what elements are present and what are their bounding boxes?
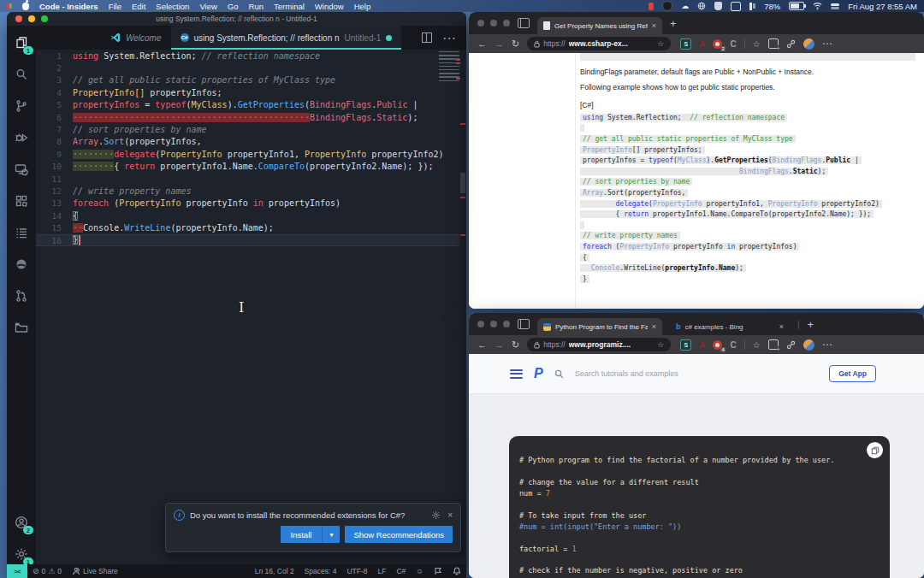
split-editor-icon[interactable] bbox=[422, 32, 432, 43]
close-window-button[interactable] bbox=[477, 321, 484, 327]
extension-c-icon[interactable]: C bbox=[730, 39, 736, 49]
install-button[interactable]: Install bbox=[281, 526, 323, 543]
remote-containers-icon[interactable] bbox=[11, 317, 32, 338]
profile-avatar[interactable] bbox=[803, 339, 814, 351]
notification-close-icon[interactable]: × bbox=[447, 510, 453, 520]
csharp-code-sample[interactable]: using System.Reflection; // reflection n… bbox=[580, 112, 917, 285]
search-icon[interactable] bbox=[11, 64, 32, 85]
address-bar[interactable]: https:// www.csharp-ex... ☆ bbox=[527, 37, 671, 50]
cloud-icon[interactable]: ☁ bbox=[681, 2, 689, 10]
menu-item-window[interactable]: Window bbox=[315, 2, 344, 11]
tab-close-icon[interactable]: × bbox=[779, 322, 784, 331]
remote-explorer-icon[interactable] bbox=[11, 159, 32, 180]
back-button[interactable]: ← bbox=[477, 339, 487, 350]
favorites-icon[interactable]: ☆ bbox=[753, 340, 761, 350]
camera-app-icon[interactable] bbox=[662, 1, 672, 11]
maximize-window-button[interactable] bbox=[503, 321, 510, 327]
tab-close-icon[interactable]: × bbox=[652, 21, 656, 30]
editor-more-actions-icon[interactable]: ⋯ bbox=[442, 30, 456, 46]
notifications-bell-icon[interactable] bbox=[447, 567, 466, 575]
code-editor[interactable]: 1using System.Reflection; // reflection … bbox=[36, 50, 466, 564]
tab-welcome[interactable]: Welcome bbox=[101, 26, 171, 50]
extension-s-icon[interactable]: S bbox=[680, 38, 691, 50]
extension-shield-icon[interactable]: 4 bbox=[713, 340, 722, 350]
accounts-icon[interactable]: 2 bbox=[11, 512, 32, 533]
back-button[interactable]: ← bbox=[477, 38, 487, 49]
share-link-icon[interactable] bbox=[786, 340, 796, 350]
menu-item-selection[interactable]: Selection bbox=[156, 2, 189, 11]
copy-code-button[interactable] bbox=[867, 442, 883, 458]
scrollbar-thumb[interactable] bbox=[460, 173, 465, 193]
tab-close-icon[interactable]: × bbox=[652, 322, 656, 331]
browser-tab[interactable]: Get Property Names using Ref × bbox=[537, 17, 662, 34]
show-recommendations-button[interactable]: Show Recommendations bbox=[345, 526, 453, 543]
wifi-icon[interactable] bbox=[813, 2, 822, 10]
favorites-icon[interactable]: ☆ bbox=[753, 39, 761, 49]
get-app-button[interactable]: Get App bbox=[829, 365, 876, 382]
install-dropdown-chevron-icon[interactable]: ▾ bbox=[322, 526, 340, 543]
extension-a-icon[interactable]: A bbox=[699, 39, 705, 49]
browser-tab-bing[interactable]: b c# examples - Bing × bbox=[670, 318, 790, 335]
extensions-icon[interactable] bbox=[11, 191, 32, 211]
apple-menu-icon[interactable] bbox=[22, 3, 29, 10]
menu-item-run[interactable]: Run bbox=[249, 2, 264, 11]
extension-a-icon[interactable]: A bbox=[699, 340, 705, 350]
shield-utility-icon[interactable] bbox=[714, 2, 722, 10]
language-mode-indicator[interactable]: C# bbox=[391, 567, 411, 575]
editor-scrollbar[interactable] bbox=[459, 50, 466, 564]
new-tab-button[interactable]: + bbox=[670, 17, 677, 30]
run-debug-icon[interactable] bbox=[11, 127, 32, 148]
clipboard-icon[interactable] bbox=[731, 2, 741, 11]
extension-s-icon[interactable]: S bbox=[680, 339, 691, 351]
new-tab-button[interactable]: + bbox=[808, 318, 814, 331]
problems-indicator[interactable]: ⊘ 0 ⚠ 0 bbox=[27, 567, 67, 575]
minimize-window-button[interactable] bbox=[490, 321, 497, 327]
editor-code-lines[interactable]: 1using System.Reflection; // reflection … bbox=[36, 50, 459, 246]
menu-item-help[interactable]: Help bbox=[354, 2, 371, 11]
battery-icon[interactable] bbox=[789, 2, 804, 10]
notification-settings-icon[interactable] bbox=[431, 510, 441, 520]
live-share-button[interactable]: Live Share bbox=[67, 567, 123, 575]
menu-app-name[interactable]: Code - Insiders bbox=[39, 2, 98, 11]
menu-item-go[interactable]: Go bbox=[228, 2, 239, 11]
refresh-button[interactable]: ↻ bbox=[512, 38, 519, 50]
eol-indicator[interactable]: LF bbox=[373, 567, 392, 575]
menu-item-edit[interactable]: Edit bbox=[132, 2, 145, 11]
search-input[interactable]: Search tutorials and examples bbox=[575, 369, 678, 378]
menu-item-terminal[interactable]: Terminal bbox=[274, 2, 305, 11]
vertical-tabs-icon[interactable] bbox=[518, 18, 530, 28]
extension-shield-icon[interactable]: 2 bbox=[713, 39, 722, 49]
unsaved-changes-dot[interactable] bbox=[386, 35, 392, 41]
collections-icon[interactable] bbox=[768, 339, 779, 350]
control-center-icon[interactable] bbox=[831, 2, 839, 10]
browser-menu-icon[interactable]: ⋯ bbox=[822, 339, 832, 351]
screencast-icon[interactable] bbox=[429, 567, 447, 575]
todo-list-icon[interactable] bbox=[11, 222, 32, 243]
python-code-sample[interactable]: # Python program to find the factorial o… bbox=[509, 436, 890, 578]
share-link-icon[interactable] bbox=[786, 39, 796, 49]
close-window-button[interactable] bbox=[477, 20, 484, 27]
line-col-indicator[interactable]: Ln 16, Col 2 bbox=[250, 567, 299, 575]
search-icon[interactable] bbox=[554, 369, 564, 379]
settings-gear-icon[interactable]: 1 bbox=[11, 544, 32, 564]
menu-item-view[interactable]: View bbox=[199, 2, 216, 11]
menu-clock[interactable]: Fri Aug 27 8:55 AM bbox=[848, 2, 917, 11]
collections-icon[interactable] bbox=[768, 38, 779, 49]
favorite-star-icon[interactable]: ☆ bbox=[657, 39, 664, 48]
forward-button[interactable]: → bbox=[495, 339, 504, 350]
programiz-logo[interactable]: P bbox=[534, 366, 543, 381]
extension-c-icon[interactable]: C bbox=[730, 340, 736, 350]
address-bar[interactable]: https:// www.programiz.... ☆ bbox=[527, 338, 671, 351]
forward-button[interactable]: → bbox=[495, 38, 504, 49]
browser-tab-python[interactable]: Python Program to Find the Fa × bbox=[537, 318, 662, 335]
edge-devtools-icon[interactable] bbox=[11, 254, 32, 274]
minimap[interactable] bbox=[439, 51, 459, 82]
install-split-button[interactable]: Install ▾ bbox=[281, 526, 341, 543]
feedback-smiley-icon[interactable]: ☺ bbox=[411, 567, 429, 575]
github-pr-icon[interactable] bbox=[11, 286, 32, 306]
recording-icon[interactable] bbox=[649, 3, 654, 10]
remote-indicator[interactable]: >< bbox=[7, 564, 27, 578]
globe-icon[interactable] bbox=[697, 2, 706, 10]
encoding-indicator[interactable]: UTF-8 bbox=[341, 567, 372, 575]
browser-menu-icon[interactable]: ⋯ bbox=[822, 38, 832, 50]
